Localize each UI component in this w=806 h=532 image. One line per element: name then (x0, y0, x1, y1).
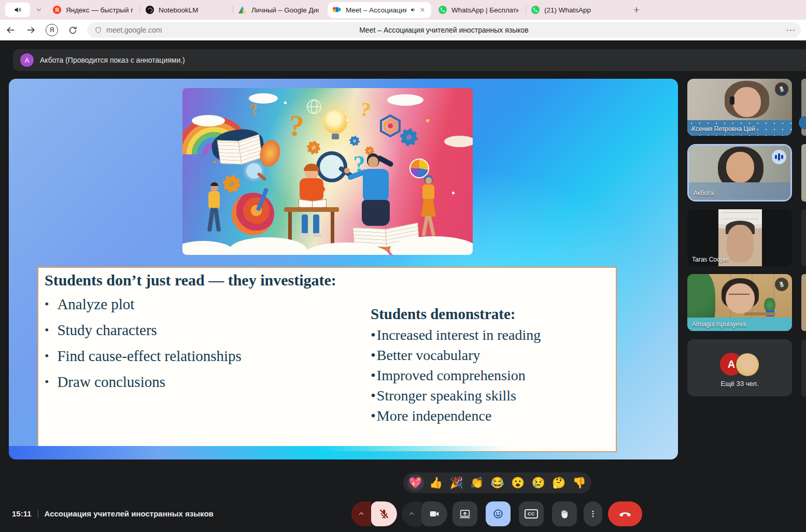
mic-options-button[interactable] (351, 501, 371, 526)
tab-notebooklm[interactable]: NotebookLM (140, 0, 233, 20)
browser-tab-bar: Я Яндекс — быстрый поиск NotebookLM Личн… (0, 0, 806, 20)
participant-name: Almagul Ispulayeva (692, 321, 746, 328)
reaction-heart[interactable]: 💖 (407, 475, 424, 491)
lightbulb-base (332, 134, 339, 139)
cloud-shape (192, 115, 225, 126)
presenting-banner-text: Акбота (Проводится показ с аннотациями.) (40, 56, 185, 64)
meeting-info: 15:11 Ассоциация учителей иностранных яз… (12, 509, 214, 518)
question-mark: ? (359, 99, 372, 120)
reaction-party[interactable]: 🎉 (448, 475, 465, 491)
tab-audio-playing-icon[interactable] (410, 7, 416, 13)
participant-tile-almagul[interactable]: Almagul Ispulayeva (687, 274, 792, 331)
more-icon[interactable] (787, 30, 795, 31)
tab-label: NotebookLM (159, 6, 199, 14)
smiley-icon (492, 508, 504, 520)
slide-bullet: Better vocabulary (371, 345, 541, 365)
question-mark: ? (249, 101, 259, 118)
chevron-up-icon (358, 510, 365, 517)
new-tab-button[interactable] (628, 1, 645, 19)
camera-icon (429, 508, 440, 520)
tab-whatsapp-web[interactable]: WhatsApp | Бесплатный з (433, 0, 526, 20)
clipped-indicator (799, 116, 806, 130)
slide-right-column: Students demonstrate: Increased interest… (371, 303, 541, 426)
screen: Я Яндекс — быстрый поиск NotebookLM Личн… (0, 0, 806, 532)
google-drive-icon (238, 6, 246, 13)
reaction-laugh[interactable]: 😂 (489, 475, 506, 491)
tab-audio-button[interactable] (5, 3, 30, 17)
participant-name: Taras Cooper (692, 256, 729, 263)
meeting-name: Ассоциация учителей иностранных языков (45, 509, 214, 518)
tab-meet-active[interactable]: Meet – Ассоциация у (328, 2, 431, 18)
muted-indicator (775, 278, 788, 291)
speaker-icon (13, 6, 22, 14)
reload-button[interactable] (62, 22, 83, 38)
forward-button[interactable] (21, 22, 41, 38)
divider (38, 509, 38, 518)
slide-text-box: Students don’t just read — they investig… (37, 267, 617, 452)
reaction-cry[interactable]: 😢 (530, 475, 547, 491)
tab-close-button[interactable] (419, 7, 426, 13)
tab-label: WhatsApp | Бесплатный з (451, 6, 519, 14)
tab-label: Яндекс — быстрый поиск (66, 6, 133, 14)
tabs-dropdown-button[interactable] (30, 3, 48, 17)
yandex-icon: Я (53, 6, 61, 14)
more-participants-label: Ещё 33 чел. (687, 380, 792, 387)
arrow-right-icon (26, 25, 36, 35)
reload-icon (68, 25, 78, 35)
more-options-button[interactable] (584, 501, 602, 526)
participant-name: Ксения Петровна Цой (692, 125, 755, 133)
tab-label: Meet – Ассоциация у (346, 6, 407, 14)
end-call-button[interactable] (608, 501, 642, 526)
reactions-button[interactable] (486, 501, 511, 526)
question-mark: ? (287, 110, 305, 142)
arrow-left-icon (5, 25, 16, 35)
gear-icon (223, 175, 241, 193)
person-figure (204, 184, 225, 246)
reaction-thumbs-up[interactable]: 👍 (428, 475, 444, 491)
chevron-down-icon (35, 6, 43, 13)
mic-off-icon (378, 508, 390, 520)
mic-off-icon (778, 281, 785, 288)
yandex-icon: Я (46, 24, 58, 36)
browser-address-bar: Я meet.google.com Meet – Ассоциация учит… (0, 20, 806, 40)
participant-tile-ksenia[interactable]: Ксения Петровна Цой (687, 79, 792, 136)
clock-time: 15:11 (12, 509, 32, 518)
more-participants-tile[interactable]: A Ещё 33 чел. (687, 339, 792, 396)
whatsapp-icon (439, 6, 447, 14)
reactions-bar: 💖 👍 🎉 👏 😂 😮 😢 🤔 👎 (403, 472, 591, 493)
present-screen-button[interactable] (453, 501, 477, 526)
close-icon (419, 7, 426, 13)
tab-google-drive[interactable]: Личный – Google Диск (233, 0, 326, 20)
reaction-surprised[interactable]: 😮 (510, 475, 526, 491)
participant-tile-taras[interactable]: Taras Cooper (687, 209, 792, 266)
clipped-tile (801, 274, 806, 331)
mic-mute-button[interactable] (371, 501, 397, 526)
tab-label: Личный – Google Диск (251, 6, 319, 14)
raise-hand-button[interactable] (552, 501, 577, 526)
mic-button-group (351, 501, 397, 526)
back-button[interactable] (0, 22, 21, 38)
mic-off-icon (778, 85, 785, 93)
sparkle (426, 119, 429, 122)
reaction-clap[interactable]: 👏 (469, 475, 485, 491)
camera-button[interactable] (421, 501, 447, 526)
participant-tile-akbota[interactable]: Акбота (687, 144, 792, 202)
whatsapp-icon (531, 6, 540, 14)
chevron-up-icon (408, 510, 415, 517)
slide-left-column: Students don’t just read — they investig… (45, 269, 336, 395)
captions-icon: CC (525, 509, 538, 519)
reaction-thinking[interactable]: 🤔 (550, 475, 567, 491)
camera-options-button[interactable] (402, 501, 421, 526)
gear-icon (349, 136, 360, 146)
captions-button[interactable]: CC (519, 501, 544, 526)
yandex-home-button[interactable]: Я (41, 22, 62, 38)
slide-bullet: Improved comprehension (371, 365, 541, 385)
notebooklm-icon (146, 6, 154, 14)
clipped-tile (801, 209, 806, 266)
camera-button-group (402, 501, 447, 526)
url-field[interactable]: meet.google.com Meet – Ассоциация учител… (87, 22, 801, 38)
tab-yandex-search[interactable]: Я Яндекс — быстрый поиск (48, 0, 140, 20)
tab-whatsapp-unread[interactable]: (21) WhatsApp (526, 0, 618, 20)
plus-icon (632, 6, 641, 14)
reaction-thumbs-down[interactable]: 👎 (571, 475, 588, 491)
